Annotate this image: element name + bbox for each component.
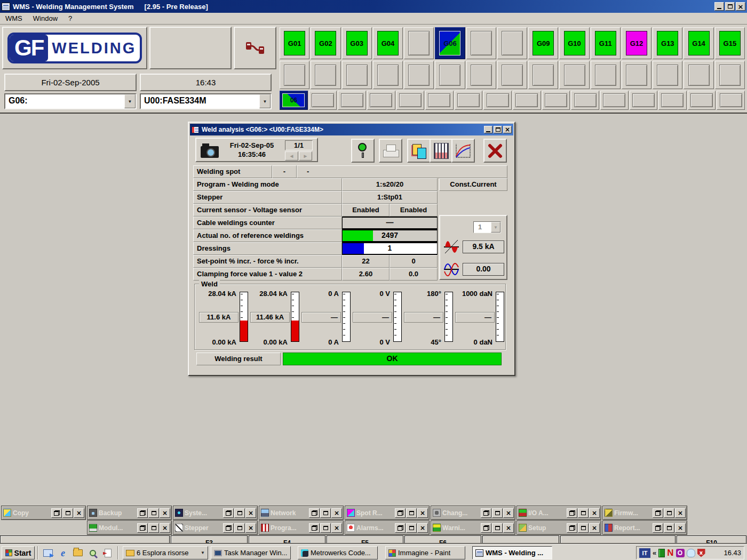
fkey-f3[interactable]: F3 bbox=[171, 535, 248, 544]
tray-network-icon[interactable] bbox=[658, 549, 665, 557]
machine-button-g10[interactable]: G10 bbox=[564, 31, 585, 55]
language-indicator[interactable]: IT bbox=[639, 548, 650, 558]
machine-button-empty[interactable] bbox=[439, 65, 460, 86]
machine-button-empty[interactable] bbox=[688, 65, 710, 86]
restore-button[interactable] bbox=[309, 508, 320, 518]
minimized-window-alarms[interactable]: Alarms... × bbox=[345, 521, 430, 535]
close-button[interactable]: × bbox=[589, 508, 600, 518]
interval-dropdown-icon[interactable]: ▼ bbox=[491, 222, 500, 233]
restore-button[interactable] bbox=[653, 523, 663, 533]
fkey-f5[interactable]: F5 bbox=[327, 535, 403, 544]
close-button[interactable]: × bbox=[736, 2, 745, 11]
taskbar-item-taskmanager[interactable]: Task Manager Win... bbox=[211, 546, 291, 559]
machine-button-g13[interactable]: G13 bbox=[657, 31, 678, 55]
close-button[interactable]: × bbox=[74, 508, 84, 518]
minimized-window-module[interactable]: Modul... × bbox=[87, 521, 172, 535]
maximize-button[interactable] bbox=[62, 508, 73, 518]
machine-button-empty[interactable] bbox=[626, 65, 647, 86]
unit-button-empty[interactable] bbox=[341, 93, 363, 107]
machine-button-g04[interactable]: G04 bbox=[377, 31, 399, 55]
close-button[interactable]: × bbox=[245, 508, 256, 518]
machine-button-g06-selected[interactable]: G06 bbox=[439, 31, 460, 55]
restore-button[interactable] bbox=[137, 523, 148, 533]
minimized-window-change[interactable]: Chang... × bbox=[431, 506, 515, 520]
machine-button-empty[interactable] bbox=[719, 65, 741, 86]
next-record-button[interactable]: ► bbox=[299, 151, 312, 161]
machine-button-g15[interactable]: G15 bbox=[719, 31, 741, 55]
close-button[interactable]: × bbox=[503, 523, 514, 533]
machine-button-empty[interactable] bbox=[657, 65, 678, 86]
restore-button[interactable] bbox=[223, 523, 234, 533]
unit-button-empty[interactable] bbox=[370, 93, 392, 107]
machine-button-empty[interactable] bbox=[284, 65, 305, 86]
machine-button-empty[interactable] bbox=[315, 65, 336, 86]
close-button[interactable]: × bbox=[160, 508, 170, 518]
close-button[interactable]: × bbox=[589, 523, 600, 533]
maximize-button[interactable] bbox=[234, 508, 245, 518]
copy-button[interactable] bbox=[407, 139, 431, 163]
unit-button-empty[interactable] bbox=[457, 93, 480, 107]
quicklaunch-mail-icon[interactable] bbox=[42, 547, 54, 559]
unit-button-empty[interactable] bbox=[603, 93, 625, 107]
machine-button-empty[interactable] bbox=[595, 65, 616, 86]
machine-button-empty[interactable] bbox=[408, 31, 430, 55]
close-button[interactable]: × bbox=[675, 523, 686, 533]
close-button[interactable]: × bbox=[675, 508, 686, 518]
unit-button-empty[interactable] bbox=[574, 93, 597, 107]
minimized-window-system[interactable]: Syste... × bbox=[173, 506, 258, 520]
dialog-titlebar[interactable]: Weld analysis <G06:> <U00:FASE334M> × bbox=[190, 124, 513, 135]
machine-button-g01[interactable]: G01 bbox=[284, 31, 305, 55]
minimized-window-setup[interactable]: Setup × bbox=[516, 521, 601, 535]
machine-button-empty[interactable] bbox=[533, 65, 554, 86]
close-button[interactable]: × bbox=[417, 508, 428, 518]
maximize-button[interactable] bbox=[492, 523, 503, 533]
minimized-window-spot[interactable]: Spot R... × bbox=[345, 506, 430, 520]
minimized-window-report[interactable]: Report... × bbox=[602, 521, 687, 535]
minimized-window-copy[interactable]: Copy × bbox=[1, 506, 86, 520]
maximize-button[interactable] bbox=[148, 523, 159, 533]
fkey-segment[interactable] bbox=[0, 535, 170, 544]
zoom-detail-button[interactable] bbox=[351, 139, 375, 163]
restore-button[interactable] bbox=[653, 508, 663, 518]
unit-button-empty[interactable] bbox=[545, 93, 567, 107]
maximize-button[interactable] bbox=[578, 508, 589, 518]
fkey-segment[interactable] bbox=[560, 535, 676, 544]
unit-button-empty[interactable] bbox=[399, 93, 422, 107]
dialog-close-button[interactable]: × bbox=[503, 126, 512, 133]
taskbar-group-dropdown-icon[interactable]: ▼ bbox=[201, 550, 205, 555]
tray-messenger-icon[interactable] bbox=[687, 549, 695, 557]
quicklaunch-search-icon[interactable] bbox=[86, 547, 99, 559]
close-button[interactable]: × bbox=[331, 523, 342, 533]
maximize-button[interactable] bbox=[664, 508, 674, 518]
close-button[interactable]: × bbox=[160, 523, 170, 533]
maximize-button[interactable] bbox=[664, 523, 674, 533]
machine-button-g12[interactable]: G12 bbox=[626, 31, 647, 55]
delete-close-button[interactable] bbox=[483, 139, 507, 163]
minimized-window-stepper[interactable]: Stepper × bbox=[173, 521, 258, 535]
dialog-maximize-button[interactable] bbox=[494, 126, 502, 133]
group-combobox[interactable]: G06: ▼ bbox=[4, 93, 137, 109]
group-combo-dropdown-icon[interactable]: ▼ bbox=[124, 94, 136, 108]
dialog-minimize-button[interactable] bbox=[484, 126, 492, 133]
minimized-window-firmware[interactable]: Firmw... × bbox=[602, 506, 687, 520]
machine-button-empty[interactable] bbox=[502, 65, 523, 86]
unit-button-empty[interactable] bbox=[515, 93, 538, 107]
program-combo-dropdown-icon[interactable]: ▼ bbox=[259, 94, 271, 108]
maximize-button[interactable] bbox=[320, 508, 331, 518]
close-button[interactable]: × bbox=[417, 523, 428, 533]
curve-button[interactable] bbox=[451, 139, 475, 163]
machine-button-g11[interactable]: G11 bbox=[595, 31, 616, 55]
unit-button-empty[interactable] bbox=[661, 93, 684, 107]
restore-button[interactable] bbox=[223, 508, 234, 518]
close-button[interactable]: × bbox=[331, 508, 342, 518]
taskbar-item-paint[interactable]: Immagine - Paint bbox=[385, 546, 465, 559]
unit-button-empty[interactable] bbox=[632, 93, 655, 107]
maximize-button[interactable] bbox=[320, 523, 331, 533]
restore-button[interactable] bbox=[395, 523, 406, 533]
maximize-button[interactable] bbox=[578, 523, 589, 533]
restore-button[interactable] bbox=[481, 523, 491, 533]
maximize-button[interactable] bbox=[725, 2, 735, 11]
quicklaunch-folder-icon[interactable] bbox=[71, 547, 84, 559]
unit-button-empty[interactable] bbox=[720, 93, 742, 107]
minimized-window-backup[interactable]: Backup × bbox=[87, 506, 172, 520]
